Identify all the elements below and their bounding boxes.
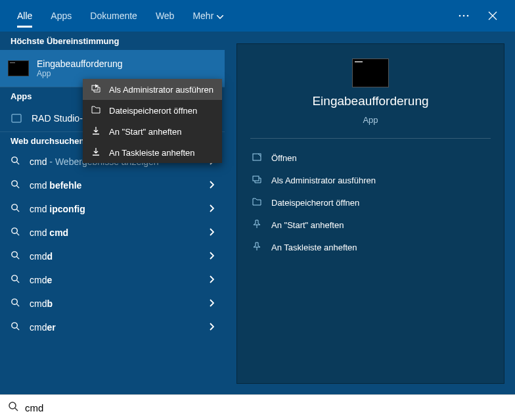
details-panel: Eingabeaufforderung App ÖffnenAls Admini… xyxy=(236,43,504,384)
app-result-label: RAD Studio-... xyxy=(32,113,90,124)
action-icon xyxy=(252,219,262,231)
search-icon xyxy=(11,179,20,191)
close-button[interactable] xyxy=(478,1,507,30)
context-label: An Taskleiste anheften xyxy=(109,148,195,158)
tab-web[interactable]: Web xyxy=(146,0,184,32)
tab-all[interactable]: Alle xyxy=(8,0,41,32)
app-icon xyxy=(11,114,22,123)
svg-point-16 xyxy=(12,299,17,304)
tab-documents[interactable]: Dokumente xyxy=(81,0,146,32)
svg-point-18 xyxy=(12,323,17,328)
search-icon xyxy=(11,274,20,286)
svg-line-19 xyxy=(16,327,19,330)
tab-apps[interactable]: Apps xyxy=(41,0,81,32)
context-icon xyxy=(91,105,101,117)
tab-more[interactable]: Mehr xyxy=(183,0,233,32)
svg-line-7 xyxy=(16,185,19,188)
section-best-match: Höchste Übereinstimmung xyxy=(0,32,225,50)
web-query-text: cmder xyxy=(30,322,56,333)
search-icon xyxy=(11,227,20,239)
search-input[interactable] xyxy=(25,402,507,413)
web-result[interactable]: cmder xyxy=(0,315,225,339)
svg-point-14 xyxy=(12,275,17,281)
action-label: Öffnen xyxy=(271,153,297,163)
chevron-right-icon xyxy=(209,323,214,333)
svg-point-8 xyxy=(12,204,17,210)
chevron-right-icon xyxy=(209,275,214,285)
search-icon xyxy=(11,321,20,333)
svg-line-5 xyxy=(16,162,19,164)
web-query-text: cmdd xyxy=(30,251,53,262)
web-result[interactable]: cmd cmd xyxy=(0,221,225,245)
svg-point-0 xyxy=(459,15,461,17)
web-result[interactable]: cmde xyxy=(0,268,225,292)
svg-point-4 xyxy=(12,157,17,162)
search-icon xyxy=(8,401,18,414)
web-query-text: cmde xyxy=(30,275,52,285)
svg-line-24 xyxy=(15,408,18,411)
action-item[interactable]: An Taskleiste anheften xyxy=(249,236,492,258)
action-icon xyxy=(252,241,262,254)
svg-point-6 xyxy=(12,181,17,186)
details-app-icon xyxy=(352,58,389,87)
context-icon xyxy=(91,126,101,138)
context-menu-item[interactable]: An "Start" anheften xyxy=(83,121,222,142)
svg-line-13 xyxy=(16,256,19,259)
web-query-text: cmdb xyxy=(30,298,53,309)
action-item[interactable]: Dateispeicherort öffnen xyxy=(249,191,492,214)
tab-bar: Alle Apps Dokumente Web Mehr xyxy=(0,0,515,32)
context-menu-item[interactable]: An Taskleiste anheften xyxy=(83,142,222,163)
chevron-right-icon xyxy=(209,181,214,191)
search-icon xyxy=(11,203,20,215)
svg-point-10 xyxy=(12,228,17,233)
svg-rect-3 xyxy=(12,114,21,122)
action-label: An Taskleiste anheften xyxy=(271,243,357,252)
action-item[interactable]: Öffnen xyxy=(249,147,492,169)
action-icon xyxy=(252,174,262,187)
svg-line-17 xyxy=(16,304,19,306)
action-label: An "Start" anheften xyxy=(271,220,344,230)
context-icon xyxy=(91,147,101,159)
chevron-down-icon xyxy=(217,11,223,21)
more-options-button[interactable] xyxy=(449,1,478,30)
web-result[interactable]: cmd befehle xyxy=(0,174,225,197)
chevron-right-icon xyxy=(209,228,214,238)
context-label: Dateispeicherort öffnen xyxy=(109,106,197,116)
svg-point-1 xyxy=(463,15,465,17)
web-query-text: cmd cmd xyxy=(30,227,68,238)
body: Höchste Übereinstimmung Eingabeaufforder… xyxy=(0,32,515,394)
best-match-title: Eingabeaufforderung xyxy=(37,58,123,69)
chevron-right-icon xyxy=(209,204,214,214)
tab-more-label: Mehr xyxy=(192,11,213,21)
action-label: Als Administrator ausführen xyxy=(271,175,376,185)
search-icon xyxy=(11,156,20,168)
svg-point-2 xyxy=(467,15,469,17)
web-query-text: cmd befehle xyxy=(30,180,81,191)
svg-line-15 xyxy=(16,280,19,283)
svg-point-23 xyxy=(9,402,16,409)
action-item[interactable]: Als Administrator ausführen xyxy=(249,169,492,191)
context-menu: Als Administrator ausführenDateispeicher… xyxy=(83,79,222,163)
search-icon xyxy=(11,250,20,262)
web-result[interactable]: cmdd xyxy=(0,245,225,268)
svg-point-12 xyxy=(12,252,17,257)
svg-line-9 xyxy=(16,209,19,212)
search-icon xyxy=(11,298,20,310)
svg-line-11 xyxy=(16,233,19,235)
cmd-icon xyxy=(8,60,29,76)
best-match-subtitle: App xyxy=(37,69,123,78)
chevron-right-icon xyxy=(209,299,214,309)
web-result[interactable]: cmdb xyxy=(0,292,225,315)
context-icon xyxy=(91,83,101,96)
action-icon xyxy=(252,152,262,164)
context-menu-item[interactable]: Als Administrator ausführen xyxy=(83,79,222,100)
action-icon xyxy=(252,197,262,209)
action-item[interactable]: An "Start" anheften xyxy=(249,214,492,236)
web-query-text: cmd ipconfig xyxy=(30,204,85,214)
context-label: Als Administrator ausführen xyxy=(109,85,213,95)
context-menu-item[interactable]: Dateispeicherort öffnen xyxy=(83,100,222,121)
search-bar xyxy=(0,394,515,420)
web-result[interactable]: cmd ipconfig xyxy=(0,197,225,221)
svg-rect-21 xyxy=(253,176,259,181)
details-type: App xyxy=(363,115,378,125)
